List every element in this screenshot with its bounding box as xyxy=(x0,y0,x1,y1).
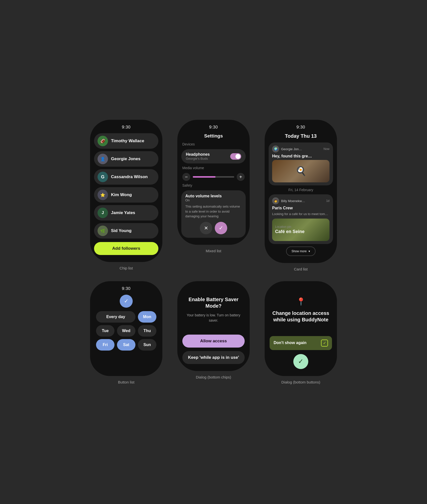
day-btn-sun[interactable]: Sun xyxy=(138,339,156,351)
dialog-chips-panel: Enable Battery Saver Mode? Your battery … xyxy=(174,281,253,379)
volume-decrease-button[interactable]: − xyxy=(182,173,190,181)
add-followers-button[interactable]: Add followers xyxy=(94,242,158,255)
chip-item-georgie[interactable]: 👤 Georgie Jones xyxy=(94,151,158,167)
avatar-kim: ⭐ xyxy=(98,190,108,200)
button-list-device: 9:30 ✓ Every day Mon Tue Wed Thu Fri Sat… xyxy=(90,281,162,376)
day-btn-wed[interactable]: Wed xyxy=(117,325,135,337)
safety-label: Safety xyxy=(181,183,192,187)
name-timothy: Timothy Wallace xyxy=(111,138,144,143)
volume-increase-button[interactable]: + xyxy=(237,173,245,181)
notification-card-1[interactable]: 🌍 Georgie Jon… Now Hey, found this gre… … xyxy=(269,142,333,185)
dont-show-checkbox[interactable]: ✓ xyxy=(321,340,328,347)
dialog-chips-device: Enable Battery Saver Mode? Your battery … xyxy=(177,281,250,371)
location-icon: 📍 xyxy=(296,297,306,306)
headphones-info: Headphones Georgie's Buds xyxy=(186,152,210,160)
notif2-avatar: 🧑 xyxy=(272,197,279,204)
button-list-panel: 9:30 ✓ Every day Mon Tue Wed Thu Fri Sat… xyxy=(86,281,166,384)
notif1-time: Now xyxy=(323,147,329,151)
toggle-knob xyxy=(235,154,240,159)
day-btn-everyday[interactable]: Every day xyxy=(96,311,135,323)
dialog-chips-title: Enable Battery Saver Mode? xyxy=(182,296,245,309)
dont-show-label: Don't show again xyxy=(274,340,307,346)
day-btn-thu[interactable]: Thu xyxy=(138,325,156,337)
allow-access-button[interactable]: Allow access xyxy=(182,335,245,348)
notification-card-2[interactable]: 🧑 Billy Moenekw… 1d Paris Crew Looking f… xyxy=(269,194,333,244)
avatar-jamie: J xyxy=(98,208,108,218)
volume-slider[interactable] xyxy=(193,176,234,178)
location-name: Café en Seine xyxy=(275,229,326,234)
chip-item-jamie[interactable]: J Jamie Yates xyxy=(94,205,158,221)
show-more-label: Show more xyxy=(292,250,307,253)
day-btn-mon[interactable]: Mon xyxy=(138,311,156,323)
notif1-header: 🌍 Georgie Jon… Now xyxy=(272,145,329,152)
button-list-time: 9:30 xyxy=(122,286,130,291)
notif2-header: 🧑 Billy Moenekw… 1d xyxy=(272,197,329,204)
dialog-chips-body: Your battery is low. Turn on battery sav… xyxy=(182,313,245,323)
confirm-button[interactable]: ✓ xyxy=(215,222,227,234)
avatar-georgie: 👤 xyxy=(98,154,108,164)
chip-item-kim[interactable]: ⭐ Kim Wong xyxy=(94,187,158,203)
volume-row: − + xyxy=(181,173,246,181)
day-btn-sat[interactable]: Sat xyxy=(117,339,135,351)
chip-list-label: Chip list xyxy=(119,266,133,270)
name-kim: Kim Wong xyxy=(111,192,132,197)
location-pin-label: Location pin xyxy=(275,225,326,229)
dialog-buttons-label: Dialog (bottom buttons) xyxy=(281,380,320,384)
card-list-time: 9:30 xyxy=(296,125,305,130)
cancel-button[interactable]: ✕ xyxy=(200,222,212,234)
chip-item-timothy[interactable]: 🏈 Timothy Wallace xyxy=(94,133,158,149)
action-buttons: ✕ ✓ xyxy=(185,222,242,234)
notif2-group: Paris Crew xyxy=(272,206,329,210)
avatar-sid: 🌿 xyxy=(98,226,108,236)
location-confirm-button[interactable]: ✓ xyxy=(293,354,308,369)
avatar-timothy: 🏈 xyxy=(98,136,108,146)
chip-list-panel: 9:30 🏈 Timothy Wallace 👤 Georgie Jones G… xyxy=(86,120,166,270)
avatar-cassandra: G xyxy=(98,172,108,182)
dont-show-again-row[interactable]: Don't show again ✓ xyxy=(270,336,332,350)
show-more-button[interactable]: Show more ▾ xyxy=(286,247,316,256)
today-title: Today Thu 13 xyxy=(285,133,317,139)
notif2-image: Location pin Café en Seine xyxy=(272,219,329,241)
mixed-list-panel: 9:30 Settings Devices Headphones Georgie… xyxy=(174,120,253,253)
chip-item-sid[interactable]: 🌿 Sid Young xyxy=(94,223,158,239)
auto-vol-title: Auto volume levels xyxy=(185,194,242,198)
headphones-subtitle: Georgie's Buds xyxy=(186,157,210,160)
card-list-device: 9:30 Today Thu 13 🌍 Georgie Jon… Now Hey… xyxy=(265,120,337,263)
day-grid: Every day Mon Tue Wed Thu Fri Sat Sun xyxy=(94,311,158,351)
check-circle[interactable]: ✓ xyxy=(120,295,133,308)
dialog-loc-title: Change location access while using Buddy… xyxy=(270,310,332,323)
keep-while-in-use-button[interactable]: Keep 'while app is in use' xyxy=(182,351,245,364)
headphones-row[interactable]: Headphones Georgie's Buds xyxy=(181,149,246,163)
button-list-label: Button list xyxy=(118,380,134,384)
auto-vol-status: On xyxy=(185,198,242,202)
notif1-name: Georgie Jon… xyxy=(281,147,321,151)
mixed-list-device: 9:30 Settings Devices Headphones Georgie… xyxy=(177,120,250,245)
notif2-time: 1d xyxy=(326,199,329,203)
dialog-chips-label: Dialog (bottom chips) xyxy=(196,375,231,379)
name-jamie: Jamie Yates xyxy=(111,210,135,215)
chip-item-cassandra[interactable]: G Cassandra Wilson xyxy=(94,169,158,185)
notif1-title: Hey, found this gre… xyxy=(272,154,329,158)
dialog-buttons-device: 📍 Change location access while using Bud… xyxy=(265,281,337,376)
chip-list-device: 9:30 🏈 Timothy Wallace 👤 Georgie Jones G… xyxy=(90,120,162,262)
headphones-toggle[interactable] xyxy=(230,153,241,160)
main-grid: 9:30 🏈 Timothy Wallace 👤 Georgie Jones G… xyxy=(86,120,341,384)
devices-section-label: Devices xyxy=(181,142,195,146)
auto-volume-block: Auto volume levels On This setting autom… xyxy=(181,190,246,238)
notif1-image: 🍳 xyxy=(272,160,329,182)
name-sid: Sid Young xyxy=(111,228,131,233)
card-list-panel: 9:30 Today Thu 13 🌍 Georgie Jon… Now Hey… xyxy=(261,120,341,271)
day-btn-fri[interactable]: Fri xyxy=(96,339,114,351)
day-btn-tue[interactable]: Tue xyxy=(96,325,114,337)
date-divider: Fri, 14 February xyxy=(288,188,313,192)
notif1-avatar: 🌍 xyxy=(272,145,279,152)
notif2-name: Billy Moenekw… xyxy=(281,199,324,203)
card-list-label: Card list xyxy=(294,267,308,271)
name-georgie: Georgie Jones xyxy=(111,156,140,161)
mixed-list-label: Mixed list xyxy=(206,249,221,253)
auto-vol-desc: This setting automatically sets volume t… xyxy=(185,204,242,219)
chip-list-time: 9:30 xyxy=(122,125,130,130)
headphones-name: Headphones xyxy=(186,152,210,157)
mixed-list-time: 9:30 xyxy=(209,125,218,130)
chevron-down-icon: ▾ xyxy=(309,250,310,253)
